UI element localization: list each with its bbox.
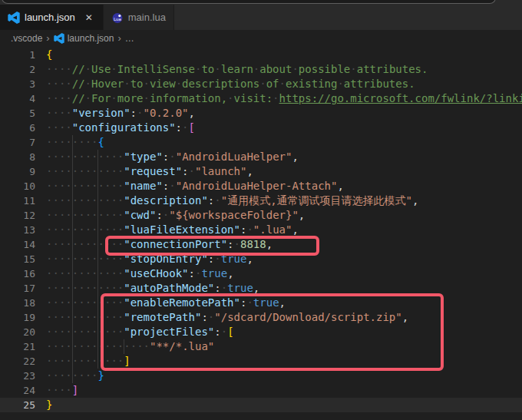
code-text: ············"description":·"通用模式,通常调试项目请… (46, 193, 522, 208)
code-text: ············"enableRemotePath":·true, (46, 296, 522, 310)
tab-label: launch.json (25, 12, 75, 23)
indent-guide (72, 354, 73, 369)
code-text: ············"useCHook":·true, (46, 266, 522, 281)
code-line[interactable]: 5····"version":·"0.2.0", (0, 106, 522, 121)
indent-guide (97, 237, 98, 252)
breadcrumb-folder[interactable]: .vscode (11, 33, 42, 44)
code-line[interactable]: 7········{ (0, 135, 522, 150)
tab-launch-json[interactable]: launch.json ✕ (0, 5, 104, 30)
tab-bar: launch.json ✕ Lua main.lua (0, 0, 522, 30)
code-line[interactable]: 20············"projectFiles":·[ (0, 325, 522, 339)
code-text: ····//·For·more·information,·visit:·http… (46, 91, 522, 106)
lua-file-icon: Lua (111, 12, 124, 24)
code-line[interactable]: 15············"stopOnEntry":·true, (0, 252, 522, 266)
indent-guide (97, 339, 98, 354)
indent-guide (97, 252, 98, 266)
code-text: ············"autoPathMode":·true, (46, 281, 522, 296)
code-text: ············"cwd":·"${workspaceFolder}", (46, 208, 522, 223)
line-number[interactable]: 10 (0, 179, 35, 193)
code-text: ············"connectionPort":·8818, (46, 237, 522, 252)
code-line[interactable]: 6····"configurations":·[ (0, 121, 522, 135)
code-text: ····"configurations":·[ (46, 121, 522, 135)
line-number[interactable]: 7 (0, 135, 35, 150)
code-text: ········{ (46, 135, 522, 150)
indent-guide (72, 325, 73, 339)
line-number[interactable]: 11 (0, 193, 35, 208)
line-number[interactable]: 13 (0, 223, 35, 237)
line-number[interactable]: 25 (0, 398, 35, 412)
line-number[interactable]: 12 (0, 208, 35, 223)
code-line[interactable]: 10············"name":·"AndroidLuaHelper-… (0, 179, 522, 193)
code-line[interactable]: 9············"request":·"launch", (0, 164, 522, 179)
code-text: ····//·Use·IntelliSense·to·learn·about·p… (46, 62, 522, 77)
code-line[interactable]: 19············"remotePath":·"/sdcard/Dow… (0, 310, 522, 325)
code-line[interactable]: 13············"luaFileExtension":·".lua"… (0, 223, 522, 237)
indent-guide (97, 193, 98, 208)
line-number[interactable]: 21 (0, 339, 35, 354)
code-editor[interactable]: 1{2····//·Use·IntelliSense·to·learn·abou… (0, 46, 522, 420)
code-line[interactable]: 18············"enableRemotePath":·true, (0, 296, 522, 310)
indent-guide (97, 179, 98, 193)
line-number[interactable]: 15 (0, 252, 35, 266)
line-number[interactable]: 24 (0, 383, 35, 398)
code-text: ····"version":·"0.2.0", (46, 106, 522, 121)
code-line[interactable]: 1{ (0, 48, 522, 62)
code-line[interactable]: 22············] (0, 354, 522, 369)
tab-main-lua[interactable]: Lua main.lua (104, 5, 174, 30)
indent-guide (97, 266, 98, 281)
code-line[interactable]: 21················"**/*.lua" (0, 339, 522, 354)
chevron-right-icon: › (117, 33, 121, 43)
indent-guide (72, 266, 73, 281)
code-line[interactable]: 17············"autoPathMode":·true, (0, 281, 522, 296)
code-line[interactable]: 8············"type":·"AndroidLuaHelper", (0, 150, 522, 164)
code-line[interactable]: 25} (0, 398, 522, 412)
line-number[interactable]: 2 (0, 62, 35, 77)
breadcrumb-symbol[interactable]: … (125, 33, 134, 44)
code-line[interactable]: 12············"cwd":·"${workspaceFolder}… (0, 208, 522, 223)
code-line[interactable]: 14············"connectionPort":·8818, (0, 237, 522, 252)
indent-guide (72, 252, 73, 266)
tab-label: main.lua (128, 12, 166, 23)
line-number[interactable]: 4 (0, 91, 35, 106)
code-text: ············"luaFileExtension":·".lua", (46, 223, 522, 237)
line-number[interactable]: 6 (0, 121, 35, 135)
line-number[interactable]: 16 (0, 266, 35, 281)
line-number[interactable]: 22 (0, 354, 35, 369)
line-number[interactable]: 18 (0, 296, 35, 310)
indent-guide (72, 281, 73, 296)
breadcrumb-file[interactable]: launch.json (68, 33, 114, 44)
code-line[interactable]: 11············"description":·"通用模式,通常调试项… (0, 193, 522, 208)
indent-guide (72, 150, 73, 164)
line-number[interactable]: 1 (0, 48, 35, 62)
line-number[interactable]: 9 (0, 164, 35, 179)
code-line[interactable]: 3····//·Hover·to·view·descriptions·of·ex… (0, 77, 522, 91)
code-text: ····//·Hover·to·view·descriptions·of·exi… (46, 77, 522, 91)
code-text: ················"**/*.lua" (46, 339, 522, 354)
line-number[interactable]: 20 (0, 325, 35, 339)
line-number[interactable]: 14 (0, 237, 35, 252)
code-line[interactable]: 16············"useCHook":·true, (0, 266, 522, 281)
indent-guide (97, 150, 98, 164)
code-line[interactable]: 2····//·Use·IntelliSense·to·learn·about·… (0, 62, 522, 77)
code-text: ············"type":·"AndroidLuaHelper", (46, 150, 522, 164)
indent-guide (97, 296, 98, 310)
indent-guide (72, 208, 73, 223)
line-number[interactable]: 3 (0, 77, 35, 91)
code-line[interactable]: 24····] (0, 383, 522, 398)
indent-guide (72, 296, 73, 310)
line-number[interactable]: 8 (0, 150, 35, 164)
line-number[interactable]: 19 (0, 310, 35, 325)
code-line[interactable]: 23········} (0, 369, 522, 383)
indent-guide (72, 369, 73, 383)
code-line[interactable]: 4····//·For·more·information,·visit:·htt… (0, 91, 522, 106)
indent-guide (97, 310, 98, 325)
code-text: ············] (46, 354, 522, 369)
close-icon[interactable]: ✕ (83, 12, 95, 24)
code-text: ············"stopOnEntry":·true, (46, 252, 522, 266)
code-text: ············"name":·"AndroidLuaHelper-At… (46, 179, 522, 193)
code-text: } (46, 398, 522, 412)
indent-guide (97, 164, 98, 179)
line-number[interactable]: 5 (0, 106, 35, 121)
line-number[interactable]: 17 (0, 281, 35, 296)
line-number[interactable]: 23 (0, 369, 35, 383)
